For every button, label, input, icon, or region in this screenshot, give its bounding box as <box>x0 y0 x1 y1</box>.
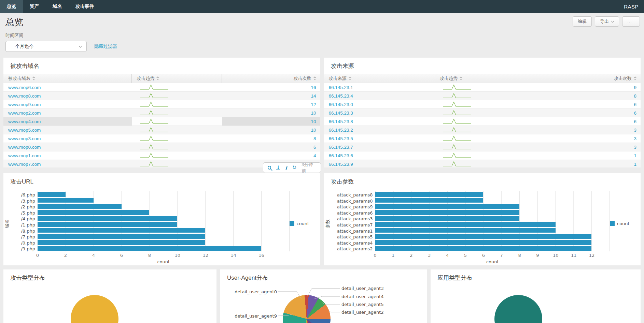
row-name-link[interactable]: 66.145.23.8 <box>329 119 353 124</box>
table-row[interactable]: www.mop4.com10 <box>3 117 320 126</box>
row-count-link[interactable]: 6 <box>634 119 636 124</box>
table-row[interactable]: 66.145.23.36 <box>324 109 641 117</box>
column-header[interactable]: 攻击次数 <box>222 74 320 83</box>
bar[interactable] <box>375 240 592 245</box>
row-count-link[interactable]: 3 <box>634 145 636 150</box>
row-count-link[interactable]: 8 <box>634 93 636 99</box>
info-icon[interactable]: i <box>285 165 287 171</box>
nav-tab-资产[interactable]: 资产 <box>23 0 46 13</box>
bar[interactable] <box>375 246 592 251</box>
row-count-link[interactable]: 1 <box>634 162 636 167</box>
row-name-link[interactable]: 66.145.23.2 <box>329 128 353 133</box>
row-count-link[interactable]: 10 <box>311 128 316 133</box>
column-header[interactable]: 攻击次数 <box>536 74 641 83</box>
row-count-link[interactable]: 10 <box>311 111 316 116</box>
refresh-icon[interactable]: ↻ <box>292 165 297 170</box>
table-row[interactable]: 66.145.23.61 <box>324 151 641 160</box>
nav-tab-总览[interactable]: 总览 <box>0 0 23 13</box>
hide-filters-link[interactable]: 隐藏过滤器 <box>94 43 117 49</box>
table-row[interactable]: 66.145.23.19 <box>324 83 641 92</box>
row-name-link[interactable]: www.mop0.com <box>8 145 41 150</box>
legend-item[interactable]: count <box>290 221 309 226</box>
app-type-pie[interactable] <box>494 295 542 323</box>
bar[interactable] <box>375 204 519 209</box>
bar[interactable] <box>38 192 66 197</box>
more-button[interactable]: ... <box>622 16 640 27</box>
bar[interactable] <box>38 228 205 233</box>
row-name-link[interactable]: www.mop6.com <box>8 85 41 90</box>
row-name-link[interactable]: 66.145.23.9 <box>329 162 353 167</box>
attack-type-pie[interactable] <box>71 295 118 323</box>
bar[interactable] <box>375 192 484 197</box>
table-row[interactable]: 66.145.23.06 <box>324 100 641 109</box>
download-icon[interactable]: ↓ <box>276 165 280 170</box>
table-row[interactable]: www.mop9.com12 <box>3 100 320 109</box>
table-row[interactable]: www.mop5.com10 <box>3 126 320 134</box>
row-name-link[interactable]: www.mop2.com <box>8 111 41 116</box>
column-header[interactable]: 攻击趋势 <box>435 74 536 83</box>
bar[interactable] <box>38 240 205 245</box>
row-count-link[interactable]: 16 <box>311 85 316 90</box>
row-count-link[interactable]: 1 <box>634 153 636 158</box>
row-count-link[interactable]: 6 <box>634 111 636 116</box>
export-button[interactable]: 导出 <box>595 16 619 27</box>
row-name-link[interactable]: 66.145.23.1 <box>329 85 353 90</box>
table-row[interactable]: www.mop3.com8 <box>3 134 320 143</box>
row-name-link[interactable]: www.mop1.com <box>8 153 41 158</box>
column-header[interactable]: 攻击来源 <box>324 74 435 83</box>
bar[interactable] <box>375 234 592 239</box>
row-name-link[interactable]: www.mop4.com <box>8 119 41 124</box>
bar[interactable] <box>38 216 177 221</box>
user-agent-pie[interactable] <box>283 295 331 323</box>
row-name-link[interactable]: www.mop5.com <box>8 128 41 133</box>
nav-tab-攻击事件[interactable]: 攻击事件 <box>69 0 101 13</box>
bar[interactable] <box>375 216 519 221</box>
nav-tab-域名[interactable]: 域名 <box>46 0 69 13</box>
row-count-link[interactable]: 8 <box>313 136 316 141</box>
column-header[interactable]: 攻击趋势 <box>132 74 222 83</box>
bar[interactable] <box>38 210 149 215</box>
row-count-link[interactable]: 9 <box>634 85 636 90</box>
table-row[interactable]: 66.145.23.73 <box>324 143 641 151</box>
column-header[interactable]: 被攻击域名 <box>3 74 132 83</box>
table-row[interactable]: 66.145.23.86 <box>324 117 641 126</box>
row-count-link[interactable]: 6 <box>313 145 316 150</box>
table-row[interactable]: www.mop8.com14 <box>3 92 320 100</box>
row-name-link[interactable]: www.mop3.com <box>8 136 41 141</box>
bar[interactable] <box>375 210 519 215</box>
table-row[interactable]: www.mop1.com4 <box>3 151 320 160</box>
bar[interactable] <box>375 222 556 227</box>
table-row[interactable]: www.mop2.com10 <box>3 109 320 117</box>
edit-button[interactable]: 编辑 <box>573 16 592 27</box>
row-name-link[interactable]: 66.145.23.4 <box>329 93 353 99</box>
bar[interactable] <box>38 198 94 203</box>
row-count-link[interactable]: 12 <box>311 102 316 107</box>
row-count-link[interactable]: 4 <box>313 153 316 158</box>
search-icon[interactable] <box>268 166 271 170</box>
bar[interactable] <box>38 246 261 251</box>
row-name-link[interactable]: 66.145.23.3 <box>329 111 353 116</box>
legend-item[interactable]: count <box>610 221 630 226</box>
bar[interactable] <box>38 222 177 227</box>
table-row[interactable]: 66.145.23.91 <box>324 160 641 168</box>
bar[interactable] <box>38 234 205 239</box>
row-name-link[interactable]: www.mop7.com <box>8 162 41 167</box>
bar[interactable] <box>375 198 484 203</box>
table-row[interactable]: www.mop0.com6 <box>3 143 320 151</box>
table-row[interactable]: www.mop6.com16 <box>3 83 320 92</box>
row-name-link[interactable]: 66.145.23.6 <box>329 153 353 158</box>
row-count-link[interactable]: 6 <box>634 102 636 107</box>
row-count-link[interactable]: 3 <box>634 136 636 141</box>
row-name-link[interactable]: 66.145.23.0 <box>329 102 353 107</box>
table-row[interactable]: 66.145.23.23 <box>324 126 641 134</box>
row-name-link[interactable]: 66.145.23.7 <box>329 145 353 150</box>
time-range-select[interactable]: 一个月迄今 <box>5 41 87 52</box>
row-count-link[interactable]: 10 <box>311 119 316 124</box>
table-row[interactable]: 66.145.23.53 <box>324 134 641 143</box>
bar[interactable] <box>38 204 122 209</box>
row-name-link[interactable]: 66.145.23.5 <box>329 136 353 141</box>
row-name-link[interactable]: www.mop8.com <box>8 93 41 99</box>
row-name-link[interactable]: www.mop9.com <box>8 102 41 107</box>
table-row[interactable]: 66.145.23.48 <box>324 92 641 100</box>
row-count-link[interactable]: 3 <box>634 128 636 133</box>
